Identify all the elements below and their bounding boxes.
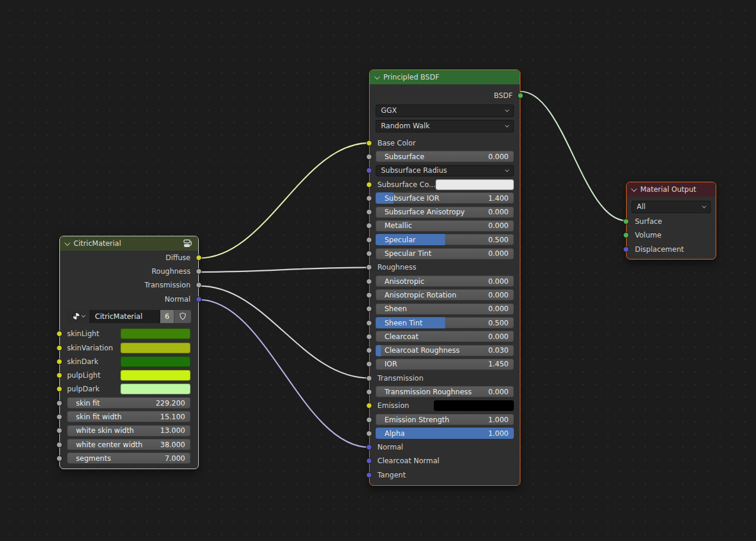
- skin-fit-width-slider[interactable]: skin fit width 15.100: [67, 411, 190, 422]
- collapse-chevron-icon[interactable]: [65, 240, 71, 246]
- socket-tangent[interactable]: [366, 472, 372, 478]
- white-skin-width-slider[interactable]: white skin width 13.000: [67, 425, 190, 436]
- socket-volume[interactable]: [623, 232, 629, 238]
- skinlight-color-swatch[interactable]: [120, 328, 190, 339]
- socket-output-transmission[interactable]: [196, 282, 202, 288]
- material-users-button[interactable]: 6: [160, 310, 174, 323]
- input-label: skinVariation: [67, 344, 120, 352]
- skindark-color-swatch[interactable]: [120, 356, 190, 367]
- socket-subsurface-ior[interactable]: [366, 195, 372, 201]
- socket-output-normal[interactable]: [196, 296, 202, 302]
- subsurface-ior-slider[interactable]: Subsurface IOR 1.400: [376, 192, 514, 204]
- input-row-normal: Normal: [370, 441, 520, 454]
- emission-color-swatch[interactable]: [434, 400, 514, 411]
- anisotropic-slider[interactable]: Anisotropic 0.000: [376, 276, 514, 287]
- socket-subsurface-radius[interactable]: [366, 167, 372, 173]
- socket-white-center-width[interactable]: [56, 442, 62, 448]
- material-browse-button[interactable]: [67, 310, 90, 323]
- slider-value: 13.000: [160, 426, 190, 435]
- collapse-chevron-icon[interactable]: [631, 186, 637, 192]
- node-material-output[interactable]: Material Output All Surface Volume Displ…: [626, 182, 716, 260]
- principled-header[interactable]: Principled BSDF: [370, 70, 520, 84]
- collapse-chevron-icon[interactable]: [374, 74, 380, 80]
- socket-anisotropic[interactable]: [366, 279, 372, 284]
- socket-base-color[interactable]: [366, 140, 372, 146]
- subsurface-radius-dropdown[interactable]: Subsurface Radius: [376, 165, 514, 176]
- socket-skin-fit[interactable]: [56, 400, 62, 406]
- clearcoat-roughness-slider[interactable]: Clearcoat Roughness 0.030: [376, 345, 514, 356]
- subsurface-method-dropdown[interactable]: Random Walk: [376, 120, 514, 132]
- skinvariation-color-swatch[interactable]: [120, 343, 190, 353]
- pulpdark-color-swatch[interactable]: [120, 384, 190, 394]
- socket-subsurface-color[interactable]: [366, 182, 372, 188]
- specular-tint-slider[interactable]: Specular Tint 0.000: [376, 248, 514, 260]
- socket-emission[interactable]: [366, 403, 372, 409]
- node-principled-bsdf[interactable]: Principled BSDF BSDF GGX Random Walk Bas…: [369, 69, 520, 486]
- input-row-base-color: Base Color: [370, 136, 520, 150]
- socket-sheen[interactable]: [366, 306, 372, 312]
- socket-skindark[interactable]: [56, 359, 62, 365]
- socket-skin-fit-width[interactable]: [56, 414, 62, 420]
- input-row-specular-tint: Specular Tint 0.000: [370, 246, 520, 260]
- socket-subsurface-anisotropy[interactable]: [366, 209, 372, 215]
- socket-transmission-roughness[interactable]: [366, 389, 372, 395]
- skin-fit-slider[interactable]: skin fit 229.200: [67, 397, 190, 409]
- socket-alpha[interactable]: [366, 431, 372, 436]
- socket-segments[interactable]: [56, 455, 62, 461]
- target-dropdown[interactable]: All: [631, 201, 711, 213]
- input-row-specular: Specular 0.500: [370, 233, 520, 246]
- specular-slider[interactable]: Specular 0.500: [376, 234, 514, 245]
- fake-user-shield-button[interactable]: [174, 310, 191, 323]
- socket-output-roughness[interactable]: [196, 268, 202, 274]
- material-name-field[interactable]: CitricMaterial: [90, 310, 160, 323]
- socket-skinvariation[interactable]: [56, 345, 62, 351]
- material-output-header[interactable]: Material Output: [627, 182, 716, 197]
- citricmaterial-header[interactable]: CitricMaterial: [60, 236, 198, 251]
- subsurface-anisotropy-slider[interactable]: Subsurface Anisotropy 0.000: [376, 207, 514, 218]
- distribution-dropdown[interactable]: GGX: [376, 105, 514, 117]
- subsurface-color-swatch[interactable]: [436, 179, 514, 190]
- socket-displacement[interactable]: [623, 246, 629, 252]
- socket-sheen-tint[interactable]: [366, 320, 372, 326]
- subsurface-method-row: Random Walk: [370, 118, 520, 134]
- socket-emission-strength[interactable]: [366, 417, 372, 423]
- socket-skinlight[interactable]: [56, 331, 62, 337]
- socket-pulpdark[interactable]: [56, 386, 62, 392]
- socket-clearcoat[interactable]: [366, 334, 372, 340]
- anisotropic-rotation-slider[interactable]: Anisotropic Rotation 0.000: [376, 289, 514, 300]
- slider-label: Clearcoat Roughness: [376, 346, 488, 355]
- sheen-tint-slider[interactable]: Sheen Tint 0.500: [376, 317, 514, 328]
- white-center-width-slider[interactable]: white center width 38.000: [67, 439, 190, 450]
- alpha-slider[interactable]: Alpha 1.000: [376, 428, 514, 439]
- subsurface-slider[interactable]: Subsurface 0.000: [376, 151, 514, 162]
- clearcoat-slider[interactable]: Clearcoat 0.000: [376, 331, 514, 342]
- socket-anisotropic-rotation[interactable]: [366, 292, 372, 298]
- input-row-sheen-tint: Sheen Tint 0.500: [370, 316, 520, 330]
- socket-surface[interactable]: [623, 219, 629, 224]
- socket-output-bsdf[interactable]: [517, 93, 523, 99]
- socket-subsurface[interactable]: [366, 154, 372, 160]
- ior-field[interactable]: IOR 1.450: [376, 359, 514, 370]
- segments-slider[interactable]: segments 7.000: [67, 453, 190, 464]
- slider-label: Clearcoat: [376, 333, 488, 341]
- socket-output-diffuse[interactable]: [196, 255, 202, 261]
- socket-pulplight[interactable]: [56, 372, 62, 378]
- sheen-slider[interactable]: Sheen 0.000: [376, 303, 514, 315]
- socket-metallic[interactable]: [366, 223, 372, 229]
- socket-ior[interactable]: [366, 361, 372, 367]
- socket-clearcoat-roughness[interactable]: [366, 347, 372, 353]
- emission-strength-field[interactable]: Emission Strength 1.000: [376, 414, 514, 425]
- socket-roughness[interactable]: [366, 264, 372, 270]
- pulplight-color-swatch[interactable]: [120, 370, 190, 381]
- transmission-roughness-slider[interactable]: Transmission Roughness 0.000: [376, 386, 514, 397]
- slider-label: Metallic: [376, 222, 488, 230]
- socket-specular[interactable]: [366, 237, 372, 243]
- socket-normal[interactable]: [366, 444, 372, 450]
- socket-clearcoat-normal[interactable]: [366, 458, 372, 464]
- socket-specular-tint[interactable]: [366, 251, 372, 257]
- socket-transmission[interactable]: [366, 375, 372, 381]
- node-citricmaterial[interactable]: CitricMaterial Diffuse Roughness Transmi…: [59, 236, 199, 469]
- metallic-slider[interactable]: Metallic 0.000: [376, 220, 514, 232]
- socket-white-skin-width[interactable]: [56, 428, 62, 434]
- input-row-transmission: Transmission: [370, 371, 520, 385]
